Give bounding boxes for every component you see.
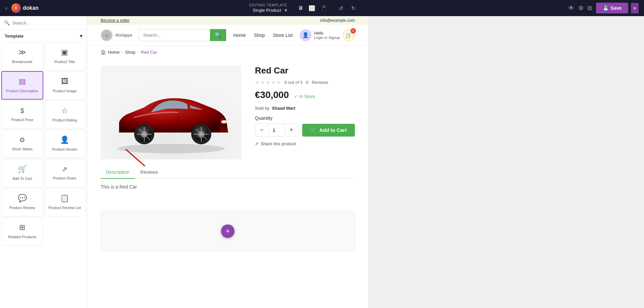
share-label: Share this product <box>261 141 296 146</box>
product-image-icon: 🖼 <box>61 77 68 86</box>
cart-button[interactable]: 🛒 0 <box>343 29 355 41</box>
nav-home[interactable]: Home <box>233 33 246 38</box>
nav-shop[interactable]: Shop <box>254 33 265 38</box>
svg-point-10 <box>143 133 146 136</box>
sidebar-item-stock-status[interactable]: ⚙ Stock Status <box>1 130 43 158</box>
product-title: Red Car <box>255 65 355 76</box>
breadcrumb-icon: ≫ <box>18 48 26 57</box>
sidebar-search-area: 🔍 <box>0 16 87 30</box>
star-5: ★ <box>276 79 281 86</box>
star-3: ★ <box>266 79 270 86</box>
reviews-count: 0 <box>306 80 308 85</box>
sidebar-item-product-description[interactable]: ▤ Product Description <box>1 71 43 100</box>
tab-reviews[interactable]: Reviews <box>135 166 163 179</box>
product-title-icon: ▣ <box>61 48 68 57</box>
canvas-inner: Become a seller info@example.com M Morla… <box>87 16 368 308</box>
save-dropdown-button[interactable]: ▾ <box>631 3 639 13</box>
tablet-icon[interactable]: ⬜ <box>307 4 317 13</box>
template-dropdown[interactable]: Single Product ▾ <box>253 7 287 13</box>
sidebar-item-product-rating[interactable]: ☆ Product Rating <box>44 100 86 129</box>
product-info: Red Car ★ ★ ★ ★ ★ 0 out of 5 0 Revi <box>255 65 355 146</box>
quantity-controls: − + <box>255 123 298 137</box>
quantity-decrease-button[interactable]: − <box>255 124 268 136</box>
nav-store-list[interactable]: Store List <box>273 33 293 38</box>
sidebar-item-product-image[interactable]: 🖼 Product Image <box>44 71 86 100</box>
settings-icon[interactable]: ⚙ <box>578 4 584 12</box>
quantity-input[interactable] <box>268 124 285 136</box>
sidebar-item-product-review-list[interactable]: 📋 Product Review List <box>44 188 86 216</box>
site-search-button[interactable]: 🔍 <box>210 29 226 41</box>
star-2: ★ <box>260 79 265 86</box>
rating-text: 0 out of 5 <box>284 80 303 85</box>
tab-content: This is a Red Car <box>101 184 355 204</box>
share-product[interactable]: ⇗ Share this product <box>255 141 355 146</box>
sidebar-item-related-products[interactable]: ⊞ Related Products <box>1 217 43 246</box>
back-button[interactable]: ‹ <box>5 5 7 12</box>
sidebar-item-product-review[interactable]: 💬 Product Review <box>1 188 43 216</box>
sidebar-item-product-vendor[interactable]: 👤 Product Vendor <box>44 130 86 158</box>
sidebar-item-product-title[interactable]: ▣ Product Title <box>44 42 86 70</box>
preview-icon[interactable]: 👁 <box>568 5 574 12</box>
user-avatar: 👤 <box>300 29 312 41</box>
site-header-bar: Become a seller info@example.com <box>87 16 368 25</box>
sidebar-item-breadcrumb[interactable]: ≫ Breadcrumb <box>1 42 43 70</box>
tab-nav: Description Reviews <box>101 166 355 179</box>
reviews-label: Reviews <box>312 80 328 85</box>
svg-point-3 <box>117 144 225 153</box>
mobile-icon[interactable]: 📱 <box>319 4 329 13</box>
canvas-scroll: Become a seller info@example.com M Morla… <box>87 16 368 308</box>
related-products-icon: ⊞ <box>19 223 25 232</box>
stock-status-icon: ⚙ <box>19 136 25 144</box>
sidebar-item-add-to-cart[interactable]: 🛒 Add To Cart <box>1 159 43 187</box>
breadcrumb-current: Red Car <box>141 50 157 55</box>
svg-text:M: M <box>106 34 108 37</box>
undo-button[interactable]: ↺ <box>337 4 345 13</box>
dokan-logo: D dokan <box>11 3 39 13</box>
template-name: Single Product <box>253 8 281 13</box>
login-text: Login or Signup <box>314 36 340 40</box>
save-label: Save <box>610 5 622 11</box>
become-seller-link[interactable]: Become a seller <box>101 18 129 23</box>
sidebar-item-product-title-label: Product Title <box>54 59 75 64</box>
product-area: Red Car ★ ★ ★ ★ ★ 0 out of 5 0 Revi <box>87 59 368 166</box>
cart-icon: 🛒 <box>310 127 317 133</box>
top-bar-right: 👁 ⚙ ⧉ 💾 Save ▾ <box>568 3 639 13</box>
save-button[interactable]: 💾 Save <box>596 3 628 13</box>
sidebar-section-label: Template <box>5 34 23 39</box>
search-input[interactable] <box>12 20 83 25</box>
redo-button[interactable]: ↻ <box>349 4 358 13</box>
star-4: ★ <box>271 79 276 86</box>
price-row: €30,000 ✓ In Stock <box>255 90 355 103</box>
save-icon: 💾 <box>603 5 608 11</box>
sidebar-item-product-share[interactable]: ⇗ Product Share <box>44 159 86 187</box>
svg-point-6 <box>221 120 227 123</box>
site-header: M Morlappa 🔍 Home Shop Store List 👤 Hel <box>87 25 368 46</box>
product-review-icon: 💬 <box>18 194 27 203</box>
quantity-increase-button[interactable]: + <box>285 124 298 136</box>
sold-by-label: Sold by <box>255 106 269 111</box>
collapse-arrow[interactable]: ▾ <box>80 33 82 39</box>
quantity-row: − + 🛒 Add to Cart <box>255 123 355 137</box>
quantity-label: Quantity <box>255 115 355 121</box>
breadcrumb-home[interactable]: Home <box>108 50 120 55</box>
dokan-logo-icon: D <box>11 3 21 13</box>
add-to-cart-label: Add to Cart <box>319 127 347 133</box>
seller-name: Shaad Mart <box>272 106 296 111</box>
sidebar-item-product-vendor-label: Product Vendor <box>52 147 77 152</box>
tab-description[interactable]: Description <box>101 166 135 179</box>
site-search-input[interactable] <box>139 29 210 41</box>
breadcrumb-shop[interactable]: Shop <box>125 50 135 55</box>
sidebar-item-stock-status-label: Stock Status <box>12 147 33 151</box>
desktop-icon[interactable]: 🖥 <box>297 4 305 13</box>
site-logo-icon: M <box>101 29 113 41</box>
add-to-cart-button[interactable]: 🛒 Add to Cart <box>302 124 355 137</box>
site-nav: Home Shop Store List <box>233 33 292 38</box>
sidebar-item-product-price[interactable]: $ Product Price <box>1 100 43 129</box>
layers-icon[interactable]: ⧉ <box>588 5 592 12</box>
sidebar-item-related-products-label: Related Products <box>8 235 36 239</box>
user-text: Hello Login or Signup <box>314 31 340 40</box>
add-block-button[interactable]: + <box>221 224 234 238</box>
breadcrumb-nav: 🏠 Home › Shop › Red Car <box>87 46 368 59</box>
plus-icon: + <box>225 227 230 236</box>
add-to-cart-icon: 🛒 <box>18 165 27 173</box>
